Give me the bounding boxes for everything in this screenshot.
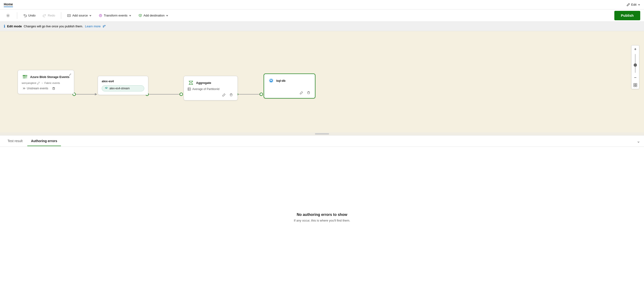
toolbar-divider2 <box>61 12 61 19</box>
svg-rect-34 <box>634 85 635 87</box>
svg-point-0 <box>7 15 8 16</box>
horizontal-scrollbar[interactable] <box>0 132 644 135</box>
svg-point-17 <box>24 75 25 76</box>
svg-point-13 <box>260 93 263 96</box>
blob-storage-icon <box>22 74 28 80</box>
delete-transform-button[interactable] <box>228 93 234 97</box>
delete-source-icon <box>52 87 55 90</box>
empty-state-title: No authoring errors to show <box>296 213 347 217</box>
external-link-icon <box>103 25 106 28</box>
undo-icon <box>23 14 27 18</box>
toolbar-divider <box>17 12 17 19</box>
expand-icon[interactable]: ⤢ <box>69 73 72 76</box>
empty-state-subtitle: If any occur, this is where you'll find … <box>294 219 350 222</box>
svg-rect-23 <box>188 88 191 91</box>
tabs-bar: Test result Authoring errors ⌄ <box>0 136 644 147</box>
tab-test-result[interactable]: Test result <box>4 136 26 146</box>
svg-rect-33 <box>636 83 637 85</box>
settings-button[interactable] <box>4 11 12 20</box>
edit-destination-icon <box>300 91 303 94</box>
add-destination-icon <box>138 14 142 18</box>
kql-db-icon <box>268 77 274 84</box>
edit-banner-text: Changes will go live once you publish th… <box>24 25 83 28</box>
destination-title: kql-db <box>276 79 286 83</box>
transform-subtitle: Average of PartitionId <box>192 87 219 91</box>
svg-point-16 <box>23 75 24 76</box>
edit-mode-label: Edit mode <box>7 25 22 28</box>
add-source-icon <box>67 14 71 18</box>
svg-marker-4 <box>95 93 97 95</box>
scroll-thumb[interactable] <box>315 133 329 135</box>
stream-pill: alex-es4-stream <box>102 85 144 91</box>
info-icon: ℹ <box>4 24 5 29</box>
source-meta-text: wenyangtest <box>22 82 36 84</box>
zoom-fit-button[interactable] <box>632 81 639 89</box>
svg-point-2 <box>99 14 102 17</box>
stream-title: alex-es4 <box>102 79 144 83</box>
zoom-controls: + − <box>631 45 639 89</box>
tab-authoring-errors[interactable]: Authoring errors <box>27 136 61 146</box>
add-source-chevron-icon <box>89 14 92 17</box>
edit-button[interactable]: Edit <box>626 3 640 6</box>
transform-node: Aggregate Average of PartitionId <box>184 76 238 100</box>
source-node: Azure Blob Storage Events ⤢ wenyangtest … <box>18 70 74 94</box>
unstream-events-button[interactable]: Unstream events <box>22 86 49 91</box>
publish-button[interactable]: Publish <box>614 11 640 20</box>
svg-rect-35 <box>636 85 637 87</box>
svg-point-11 <box>180 93 183 96</box>
edit-transform-icon <box>222 93 226 96</box>
delete-source-button[interactable] <box>51 86 56 91</box>
delete-transform-icon <box>230 93 233 96</box>
svg-point-22 <box>106 88 107 89</box>
aggregate-icon <box>188 79 194 86</box>
edit-banner: ℹ Edit mode Changes will go live once yo… <box>0 22 644 31</box>
zoom-thumb[interactable] <box>634 63 637 67</box>
destination-node: kql-db <box>264 74 316 99</box>
destination-chevron-icon <box>166 14 168 17</box>
redo-button[interactable]: Redo <box>40 12 58 19</box>
empty-state: No authoring errors to show If any occur… <box>0 147 644 288</box>
edit-icon <box>626 3 630 6</box>
zoom-in-button[interactable]: + <box>632 46 639 53</box>
delete-destination-icon <box>307 91 310 94</box>
redo-icon <box>42 14 46 18</box>
transform-events-button[interactable]: Transform events <box>96 12 134 19</box>
zoom-slider-container <box>635 53 636 74</box>
bottom-panel: Test result Authoring errors ⌄ No author… <box>0 135 644 288</box>
edit-destination-button[interactable] <box>299 91 304 95</box>
svg-point-30 <box>271 80 272 81</box>
connectors-svg <box>0 31 644 132</box>
add-source-button[interactable]: Add source <box>64 12 94 19</box>
transform-icon <box>98 14 102 18</box>
zoom-out-button[interactable]: − <box>632 74 639 81</box>
canvas: Azure Blob Storage Events ⤢ wenyangtest … <box>0 31 644 132</box>
stream-pill-icon <box>105 87 108 90</box>
title-bar: Home Edit <box>0 0 644 10</box>
delete-destination-button[interactable] <box>306 91 311 95</box>
edit-meta-icon[interactable] <box>37 82 40 84</box>
edit-transform-button[interactable] <box>222 93 227 97</box>
source-meta-dest: Fabric events <box>44 82 60 84</box>
unstream-icon <box>22 87 26 90</box>
page-title: Home <box>4 2 13 7</box>
source-meta-arrow: → <box>41 82 44 84</box>
zoom-fit-icon <box>634 83 637 87</box>
stream-node: alex-es4 alex-es4-stream <box>98 76 148 95</box>
source-title: Azure Blob Storage Events <box>30 75 70 79</box>
transform-chevron-icon <box>129 14 131 17</box>
svg-marker-6 <box>180 93 182 95</box>
svg-marker-8 <box>260 93 262 95</box>
chevron-down-icon <box>638 4 640 6</box>
transform-title: Aggregate <box>196 81 211 85</box>
toolbar: Undo Redo Add source Transform events Ad… <box>0 10 644 22</box>
zoom-slider[interactable] <box>635 54 636 73</box>
settings-icon <box>6 14 10 18</box>
collapse-panel-button[interactable]: ⌄ <box>637 139 640 144</box>
svg-rect-32 <box>634 83 635 85</box>
add-destination-button[interactable]: Add destination <box>135 12 172 19</box>
undo-button[interactable]: Undo <box>20 12 38 19</box>
table-icon <box>188 87 191 91</box>
learn-more-link[interactable]: Learn more <box>85 25 100 28</box>
